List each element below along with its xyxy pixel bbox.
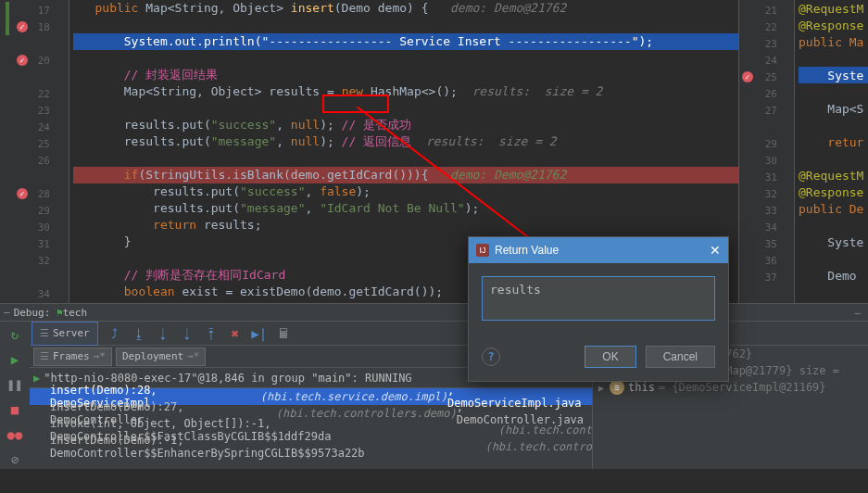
code-comment: // 返回信息	[334, 133, 411, 150]
expression-input[interactable]	[482, 276, 715, 321]
ok-button[interactable]: OK	[585, 346, 635, 368]
object-icon: ≡	[610, 380, 624, 395]
step-over-icon[interactable]: ⭳	[132, 326, 146, 341]
rerun-icon[interactable]: ↻	[6, 325, 24, 343]
deployment-tab[interactable]: Deployment →*	[116, 348, 206, 366]
diff-marker	[6, 2, 9, 19]
show-execution-icon[interactable]: ⤴	[107, 326, 122, 341]
chevron-right-icon: →*	[94, 350, 106, 362]
dialog-title: Return Value	[495, 244, 559, 257]
diff-marker	[6, 19, 9, 35]
inline-hint: demo: Demo@21762	[450, 0, 566, 17]
inline-hint: results: size = 2	[472, 83, 603, 100]
resume-icon[interactable]: ▶	[6, 350, 24, 368]
run-config-name: tech	[63, 307, 88, 319]
breakpoint-line: if(StringUtils.isBlank(demo.getIdCard())…	[73, 167, 738, 183]
cancel-button[interactable]: Cancel	[646, 346, 715, 368]
breakpoint-icon[interactable]: ✓	[17, 188, 28, 199]
var-value: = {DemoServiceImpl@21169}	[659, 381, 826, 394]
code-comment: // 封装返回结果	[124, 67, 218, 83]
inline-hint: results: size = 2	[426, 133, 557, 150]
breakpoint-icon[interactable]: ✓	[742, 71, 753, 82]
left-gutter: 17 ✓18 ✓20 22 23 24 25 26 ✓28 29 30 31 3…	[0, 0, 69, 303]
drop-frame-icon[interactable]: ✖	[228, 326, 243, 341]
code-editor-right[interactable]: @RequestM @Response public Ma Syste Map<…	[795, 0, 868, 303]
running-icon: ▶	[33, 372, 40, 385]
evaluate-icon[interactable]: 🖩	[276, 326, 291, 341]
force-step-into-icon[interactable]: ⭭	[180, 326, 195, 341]
close-icon[interactable]: ✕	[710, 243, 721, 258]
chevron-right-icon: →*	[187, 350, 199, 362]
code-keyword: public	[94, 0, 138, 17]
return-value-dialog: IJ Return Value ✕ ? OK Cancel	[468, 236, 729, 382]
tab-label: Server	[53, 327, 90, 339]
debug-left-rail: ↻ ▶ ❚❚ ■ ●● ⊘	[0, 322, 30, 469]
stop-icon[interactable]: ■	[6, 401, 24, 419]
code-comment: // 判断是否存在相同IdCard	[124, 267, 285, 284]
step-into-icon[interactable]: ⭭	[156, 326, 170, 341]
var-results: results	[269, 83, 320, 100]
var-name: this	[628, 381, 655, 394]
right-gutter: 21 22 23 24 ✓25 26 27 29 30 31 32 33 34 …	[739, 0, 795, 303]
hide-icon[interactable]: —	[854, 307, 868, 319]
step-out-icon[interactable]: ⭱	[204, 326, 219, 341]
run-to-cursor-icon[interactable]: ▶|	[252, 326, 267, 341]
panel-title: Debug	[14, 307, 44, 319]
help-icon[interactable]: ?	[482, 348, 500, 366]
server-tab[interactable]: ☰ Server	[31, 322, 98, 346]
breakpoint-icon[interactable]: ✓	[17, 21, 28, 32]
pin-icon: ─	[4, 307, 10, 319]
breakpoint-icon[interactable]: ✓	[17, 55, 28, 66]
tab-label: Frames	[53, 350, 90, 362]
dialog-titlebar[interactable]: IJ Return Value ✕	[469, 237, 728, 263]
debug-toolwindow-tab[interactable]: ─ Debug : ⚑ tech —	[0, 303, 868, 322]
mute-icon[interactable]: ⊘	[6, 451, 24, 469]
chevron-right-icon: ▶	[598, 383, 604, 393]
thread-title: "http-nio-8080-exec-17"@18,846 in group …	[44, 372, 411, 385]
app-icon: IJ	[476, 244, 489, 257]
stack-frame[interactable]: insertDemo(Demo):-1, DemoController$$Enh…	[30, 438, 592, 455]
execution-line: System.out.println("----------------- Se…	[73, 33, 738, 50]
pause-icon[interactable]: ❚❚	[6, 375, 24, 393]
frames-tab[interactable]: ☰ Frames →*	[33, 348, 112, 366]
breakpoints-icon[interactable]: ●●	[6, 426, 24, 444]
step-toolbar: ⤴ ⭳ ⭭ ⭭ ⭱ ✖ ▶| 🖩	[98, 326, 291, 341]
inline-hint: demo: Demo@21762	[450, 167, 566, 183]
frames-list[interactable]: ▶ "http-nio-8080-exec-17"@18,846 in grou…	[30, 368, 592, 469]
code-comment: // 是否成功	[334, 117, 411, 133]
tab-label: Deployment	[122, 350, 183, 362]
